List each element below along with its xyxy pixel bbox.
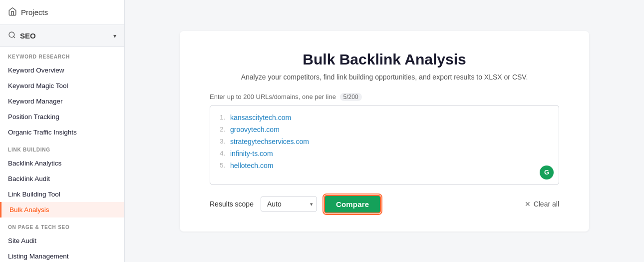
sidebar-item-position-tracking[interactable]: Position Tracking: [0, 109, 124, 124]
sidebar-item-listing-management[interactable]: Listing Management: [0, 248, 124, 262]
section-title-keyword-research: KEYWORD RESEARCH: [0, 47, 124, 62]
projects-nav-item[interactable]: Projects: [0, 0, 124, 25]
page-title: Bulk Backlink Analysis: [210, 51, 559, 68]
clear-all-label: Clear all: [534, 200, 559, 208]
url-list: 1. kansascitytech.com 2. groovytech.com …: [217, 112, 552, 172]
grammarly-button[interactable]: G: [540, 166, 554, 180]
main-content: Bulk Backlink Analysis Analyze your comp…: [125, 0, 644, 262]
results-scope-label: Results scope: [210, 200, 254, 208]
close-icon: ✕: [525, 200, 531, 208]
bulk-backlink-card: Bulk Backlink Analysis Analyze your comp…: [180, 31, 589, 232]
list-item: 2. groovytech.com: [217, 124, 552, 136]
section-title-link-building: LINK BUILDING: [0, 140, 124, 156]
svg-point-0: [9, 32, 14, 38]
scope-select[interactable]: Auto Domain Subdomain URL: [261, 196, 317, 212]
page-subtitle: Analyze your competitors, find link buil…: [210, 73, 559, 81]
sidebar-item-organic-traffic-insights[interactable]: Organic Traffic Insights: [0, 124, 124, 140]
sidebar-item-backlink-audit[interactable]: Backlink Audit: [0, 171, 124, 186]
list-item: 4. infinity-ts.com: [217, 148, 552, 160]
list-item: 1. kansascitytech.com: [217, 112, 552, 124]
chevron-down-icon: ▾: [113, 32, 116, 40]
url-count-badge: 5/200: [340, 93, 362, 101]
seo-section-header[interactable]: SEO ▾: [0, 25, 124, 47]
clear-all-button[interactable]: ✕ Clear all: [525, 200, 559, 208]
sidebar-item-site-audit[interactable]: Site Audit: [0, 233, 124, 248]
seo-icon: [8, 31, 16, 40]
list-item: 5. hellotech.com: [217, 160, 552, 172]
compare-button[interactable]: Compare: [324, 195, 381, 214]
sidebar-section-keyword-research: KEYWORD RESEARCH Keyword Overview Keywor…: [0, 47, 124, 140]
sidebar-item-keyword-overview[interactable]: Keyword Overview: [0, 62, 124, 78]
sidebar-item-keyword-magic-tool[interactable]: Keyword Magic Tool: [0, 78, 124, 94]
sidebar-section-link-building: LINK BUILDING Backlink Analytics Backlin…: [0, 140, 124, 218]
projects-label: Projects: [21, 8, 48, 16]
sidebar-item-keyword-manager[interactable]: Keyword Manager: [0, 94, 124, 109]
svg-line-1: [13, 36, 15, 38]
url-input-label: Enter up to 200 URLs/domains, one per li…: [210, 93, 559, 101]
url-textarea-wrapper[interactable]: 1. kansascitytech.com 2. groovytech.com …: [210, 105, 559, 185]
sidebar-item-bulk-analysis[interactable]: Bulk Analysis: [0, 202, 124, 218]
seo-label: SEO: [20, 32, 36, 40]
controls-row: Results scope Auto Domain Subdomain URL …: [210, 195, 559, 214]
list-item: 3. strategytechservices.com: [217, 136, 552, 148]
sidebar: Projects SEO ▾ KEYWORD RESEARCH Keyword …: [0, 0, 125, 262]
section-title-on-page-tech-seo: ON PAGE & TECH SEO: [0, 218, 124, 233]
sidebar-section-on-page-tech-seo: ON PAGE & TECH SEO Site Audit Listing Ma…: [0, 218, 124, 262]
sidebar-item-backlink-analytics[interactable]: Backlink Analytics: [0, 156, 124, 171]
scope-select-wrapper[interactable]: Auto Domain Subdomain URL ▾: [261, 196, 317, 212]
home-icon: [8, 7, 17, 18]
sidebar-item-link-building-tool[interactable]: Link Building Tool: [0, 186, 124, 202]
